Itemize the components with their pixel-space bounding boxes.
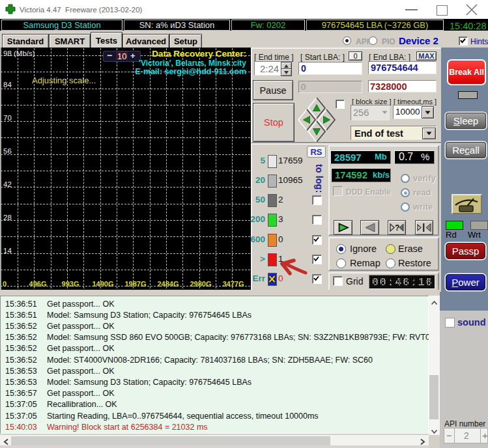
svg-text:?: ? [395,223,399,232]
